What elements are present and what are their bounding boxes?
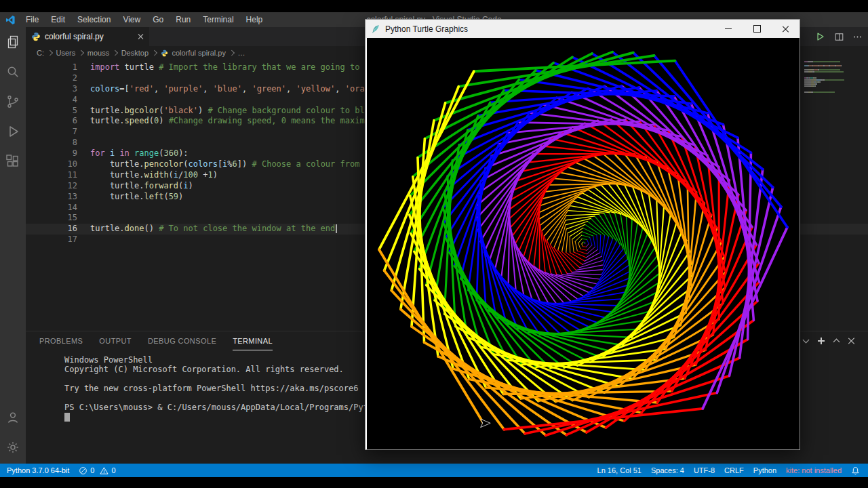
menu-run[interactable]: Run xyxy=(170,12,197,27)
source-control-icon[interactable] xyxy=(0,87,26,117)
chevron-right-icon xyxy=(113,50,118,56)
tab-output[interactable]: OUTPUT xyxy=(99,331,132,350)
maximize-panel-icon[interactable] xyxy=(833,339,840,346)
new-terminal-icon[interactable] xyxy=(817,337,825,345)
minimize-button[interactable] xyxy=(714,20,743,38)
breadcrumb-desktop[interactable]: Desktop xyxy=(121,49,149,57)
run-python-file-button[interactable] xyxy=(815,31,826,42)
warning-icon xyxy=(100,466,108,475)
notifications-bell-icon[interactable] xyxy=(851,466,860,475)
problems-status[interactable]: 0 0 xyxy=(79,466,115,475)
error-count: 0 xyxy=(90,466,94,474)
breadcrumb-users[interactable]: Users xyxy=(56,49,76,57)
tab-terminal[interactable]: TERMINAL xyxy=(233,331,273,350)
breadcrumb-mouss[interactable]: mouss xyxy=(87,49,109,57)
menu-go[interactable]: Go xyxy=(146,12,170,27)
split-editor-button[interactable] xyxy=(834,32,844,42)
menu-terminal[interactable]: Terminal xyxy=(197,12,239,27)
editor-actions xyxy=(815,27,863,46)
menu-edit[interactable]: Edit xyxy=(45,12,71,27)
minimap[interactable] xyxy=(804,61,859,96)
maximize-button[interactable] xyxy=(743,20,771,38)
chevron-right-icon xyxy=(229,50,235,56)
turtle-graphics-window: Python Turtle Graphics xyxy=(365,19,800,450)
tk-feather-icon xyxy=(371,24,380,34)
breadcrumb-drive[interactable]: C: xyxy=(37,49,44,57)
chevron-down-icon[interactable] xyxy=(803,337,810,344)
kite-status[interactable]: kite: not installed xyxy=(786,466,842,474)
status-bar: Python 3.7.0 64-bit 0 0 Ln 16, Col 51 Sp… xyxy=(0,464,868,477)
search-icon[interactable] xyxy=(0,57,26,87)
language-mode-status[interactable]: Python xyxy=(753,466,776,474)
letterbox-bottom xyxy=(0,477,868,488)
screen: File Edit Selection View Go Run Terminal… xyxy=(0,0,868,488)
indentation-status[interactable]: Spaces: 4 xyxy=(651,466,684,474)
tab-colorful-spiral[interactable]: colorful spiral.py xyxy=(26,27,149,46)
more-actions-button[interactable] xyxy=(852,32,863,42)
chevron-right-icon xyxy=(152,50,157,56)
terminal-cursor xyxy=(64,413,70,422)
python-file-icon xyxy=(161,49,168,57)
close-button[interactable] xyxy=(771,20,800,38)
python-interpreter-status[interactable]: Python 3.7.0 64-bit xyxy=(7,466,69,474)
tab-problems[interactable]: PROBLEMS xyxy=(39,331,83,350)
tab-debug-console[interactable]: DEBUG CONSOLE xyxy=(148,331,216,350)
warning-count: 0 xyxy=(111,466,115,474)
run-and-debug-icon[interactable] xyxy=(0,117,26,146)
extensions-icon[interactable] xyxy=(0,146,26,176)
menu-file[interactable]: File xyxy=(20,12,45,27)
settings-gear-icon[interactable] xyxy=(0,432,26,462)
error-icon xyxy=(79,466,87,475)
menu-view[interactable]: View xyxy=(117,12,146,27)
account-icon[interactable] xyxy=(0,403,26,432)
turtle-spiral-canvas xyxy=(367,38,800,449)
vscode-logo-icon xyxy=(5,15,16,25)
breadcrumb-symbol[interactable]: … xyxy=(237,49,245,57)
eol-status[interactable]: CRLF xyxy=(724,466,744,474)
menu-bar: File Edit Selection View Go Run Terminal… xyxy=(20,12,269,27)
letterbox-top xyxy=(0,0,868,12)
encoding-status[interactable]: UTF-8 xyxy=(694,466,715,474)
explorer-icon[interactable] xyxy=(0,27,26,57)
chevron-right-icon xyxy=(47,50,53,56)
editor-cursor xyxy=(336,224,337,233)
breadcrumb-file[interactable]: colorful spiral.py xyxy=(172,49,226,57)
chevron-right-icon xyxy=(79,50,84,56)
turtle-window-controls xyxy=(714,20,800,38)
turtle-canvas-area xyxy=(367,38,798,448)
python-file-icon xyxy=(31,32,41,41)
tab-close-icon[interactable] xyxy=(137,33,144,40)
menu-selection[interactable]: Selection xyxy=(71,12,117,27)
turtle-window-titlebar[interactable]: Python Turtle Graphics xyxy=(366,20,800,38)
cursor-position-status[interactable]: Ln 16, Col 51 xyxy=(597,466,642,474)
tab-label: colorful spiral.py xyxy=(45,32,133,41)
menu-help[interactable]: Help xyxy=(240,12,269,27)
activity-bar xyxy=(0,27,26,464)
turtle-window-title: Python Turtle Graphics xyxy=(385,24,709,34)
close-panel-icon[interactable] xyxy=(848,337,856,345)
